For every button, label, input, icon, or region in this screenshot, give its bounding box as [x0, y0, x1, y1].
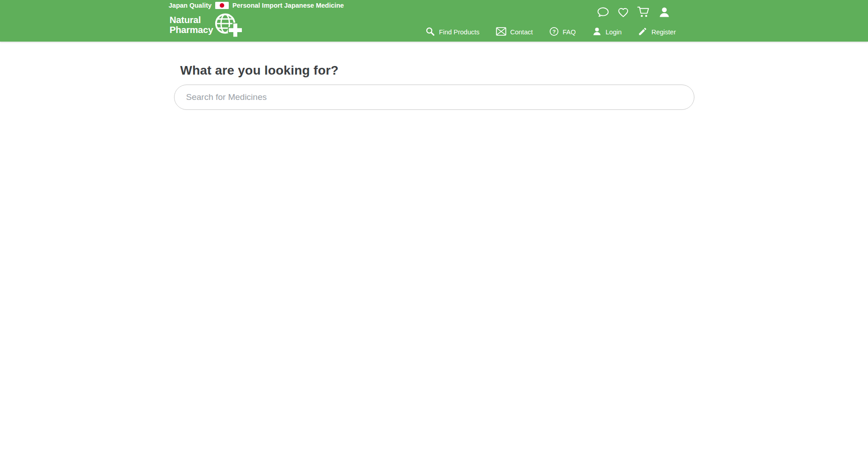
nav-contact[interactable]: Contact — [496, 27, 533, 37]
pencil-icon — [638, 27, 647, 38]
chat-button[interactable] — [597, 6, 609, 20]
nav-faq[interactable]: ? FAQ — [549, 27, 576, 38]
account-icon — [658, 6, 670, 20]
cart-icon — [637, 6, 651, 20]
logo-line2: Pharmacy — [170, 24, 213, 35]
nav-find-products[interactable]: Find Products — [425, 27, 479, 38]
question-icon: ? — [549, 27, 559, 38]
svg-text:?: ? — [552, 28, 555, 35]
main-content: What are you looking for? — [174, 63, 694, 110]
nav-label: FAQ — [563, 28, 576, 36]
tagline-prefix: Japan Quality — [169, 2, 212, 9]
header-tagline: Japan Quality Personal Import Japanese M… — [169, 2, 344, 9]
mail-icon — [496, 27, 506, 37]
logo[interactable]: Natural Pharmacy — [170, 13, 242, 40]
globe-cross-icon — [213, 12, 242, 40]
tagline-suffix: Personal Import Japanese Medicine — [232, 2, 344, 9]
user-icon — [592, 27, 602, 38]
nav-label: Find Products — [439, 28, 479, 36]
logo-text: Natural Pharmacy — [170, 15, 213, 35]
nav-label: Register — [651, 28, 676, 36]
nav-label: Login — [606, 28, 622, 36]
main-nav: Find Products Contact ? F — [425, 27, 676, 38]
nav-login[interactable]: Login — [592, 27, 622, 38]
search-input[interactable] — [174, 85, 694, 110]
cart-button[interactable] — [637, 6, 651, 20]
heart-icon — [617, 6, 629, 20]
wishlist-button[interactable] — [617, 6, 629, 20]
search-icon — [425, 27, 435, 38]
chat-icon — [597, 6, 609, 20]
logo-line1: Natural — [170, 14, 201, 25]
nav-register[interactable]: Register — [638, 27, 676, 38]
utility-icons — [597, 6, 670, 20]
nav-label: Contact — [510, 28, 533, 36]
header-inner: Japan Quality Personal Import Japanese M… — [174, 0, 694, 42]
page-heading: What are you looking for? — [180, 63, 694, 78]
site-header: Japan Quality Personal Import Japanese M… — [0, 0, 868, 42]
account-button[interactable] — [658, 6, 670, 20]
japan-flag-icon — [215, 2, 229, 9]
